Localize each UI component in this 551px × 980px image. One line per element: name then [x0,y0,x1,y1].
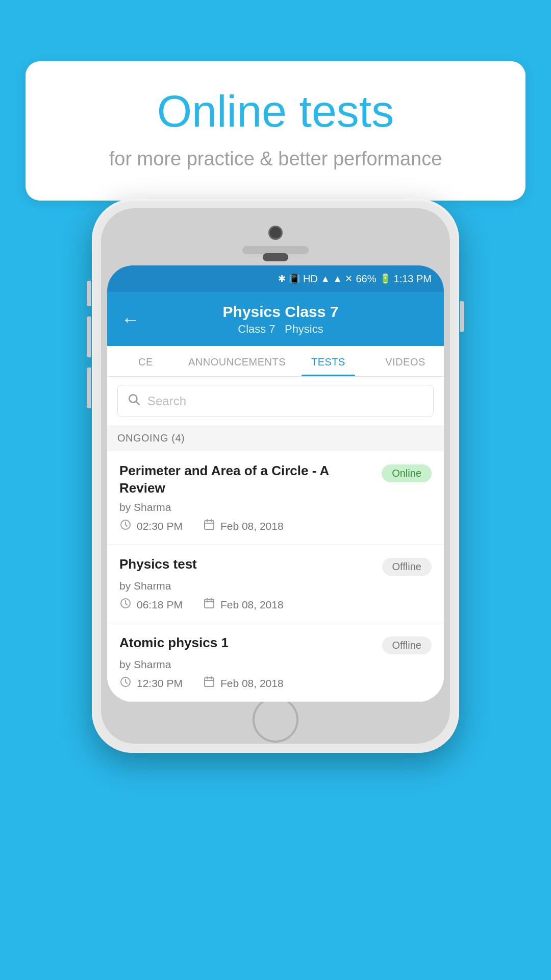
home-button[interactable] [253,697,298,743]
test-time: 06:18 PM [119,597,183,612]
search-input-wrap[interactable]: Search [117,385,434,417]
calendar-icon [203,676,215,691]
test-item[interactable]: Perimeter and Area of a Circle - A Revie… [107,451,444,545]
time-value: 02:30 PM [137,520,183,532]
test-item-header: Physics test Offline [119,556,432,576]
test-meta: 06:18 PM [119,597,432,612]
clock-icon [119,597,132,612]
ongoing-section-header: ONGOING (4) [107,425,444,451]
phone-container: ✱ 📳 HD ▲ ▲ ✕ 66% 🔋 [92,199,459,753]
phone-bottom [107,702,444,738]
battery-level: 66% [356,273,376,285]
test-date: Feb 08, 2018 [203,597,284,612]
test-time: 12:30 PM [119,676,183,691]
test-item-header: Atomic physics 1 Offline [119,634,432,654]
test-item-header: Perimeter and Area of a Circle - A Revie… [119,462,432,497]
svg-rect-13 [205,678,214,687]
header-title-block: Physics Class 7 Class 7 Physics [152,303,409,336]
bubble-title: Online tests [56,87,495,136]
test-item[interactable]: Atomic physics 1 Offline by Sharma [107,623,444,702]
test-author: by Sharma [119,658,432,671]
mute-button [87,281,91,306]
battery-icon: 🔋 [380,273,391,284]
test-time: 02:30 PM [119,519,183,534]
svg-rect-8 [205,599,214,608]
home-sensor [263,253,288,261]
tab-ce[interactable]: CE [107,346,184,376]
tabs-bar: CE ANNOUNCEMENTS TESTS VIDEOS [107,346,444,377]
test-item[interactable]: Physics test Offline by Sharma [107,545,444,623]
test-title: Physics test [119,556,372,573]
volume-up-button [87,316,91,357]
test-meta: 12:30 PM [119,676,432,691]
back-button[interactable]: ← [121,309,140,330]
vibrate-icon: 📳 [289,273,300,284]
phone-outer: ✱ 📳 HD ▲ ▲ ✕ 66% 🔋 [92,199,459,753]
test-author: by Sharma [119,580,432,592]
test-date: Feb 08, 2018 [203,519,284,534]
bubble-subtitle: for more practice & better performance [56,145,495,173]
status-badge: Offline [382,636,432,654]
time-value: 12:30 PM [137,677,183,690]
status-badge: Online [382,464,432,482]
volume-down-button [87,368,91,408]
date-value: Feb 08, 2018 [220,599,284,611]
search-container: Search [107,377,444,425]
hd-label: HD [303,273,318,285]
speech-bubble: Online tests for more practice & better … [26,61,525,201]
tab-tests[interactable]: TESTS [290,346,367,376]
svg-rect-3 [205,521,214,529]
date-value: Feb 08, 2018 [220,520,284,532]
test-meta: 02:30 PM [119,519,432,534]
test-title: Atomic physics 1 [119,634,372,652]
no-signal-icon: ✕ [345,273,353,284]
time-value: 06:18 PM [137,599,183,611]
test-title: Perimeter and Area of a Circle - A Revie… [119,462,371,497]
clock-icon [119,676,132,691]
tab-videos[interactable]: VIDEOS [367,346,444,376]
phone-screen: ✱ 📳 HD ▲ ▲ ✕ 66% 🔋 [107,265,444,702]
status-bar: ✱ 📳 HD ▲ ▲ ✕ 66% 🔋 [107,265,444,292]
bluetooth-icon: ✱ [278,273,286,284]
tab-announcements[interactable]: ANNOUNCEMENTS [184,346,290,376]
calendar-icon [203,519,215,534]
phone-inner: ✱ 📳 HD ▲ ▲ ✕ 66% 🔋 [101,208,450,744]
status-icons: ✱ 📳 HD ▲ ▲ ✕ 66% 🔋 [278,273,432,285]
tests-list: Perimeter and Area of a Circle - A Revie… [107,451,444,702]
page-subtitle: Class 7 Physics [152,323,409,336]
clock: 1:13 PM [394,273,432,285]
test-author: by Sharma [119,501,432,513]
front-camera [268,226,283,240]
app-header: ← Physics Class 7 Class 7 Physics [107,292,444,346]
test-date: Feb 08, 2018 [203,676,284,691]
svg-line-1 [136,402,139,405]
speech-bubble-container: Online tests for more practice & better … [26,61,525,201]
search-icon [127,393,140,409]
wifi-icon: ▲ [321,274,330,284]
calendar-icon [203,597,215,612]
clock-icon [119,519,132,534]
page-title: Physics Class 7 [152,303,409,321]
search-placeholder-text: Search [147,394,186,408]
date-value: Feb 08, 2018 [220,677,284,690]
power-button [460,301,464,332]
class-label: Class 7 [238,323,275,335]
status-badge: Offline [382,558,432,576]
subject-label: Physics [285,323,323,335]
signal-icon: ▲ [333,274,342,284]
